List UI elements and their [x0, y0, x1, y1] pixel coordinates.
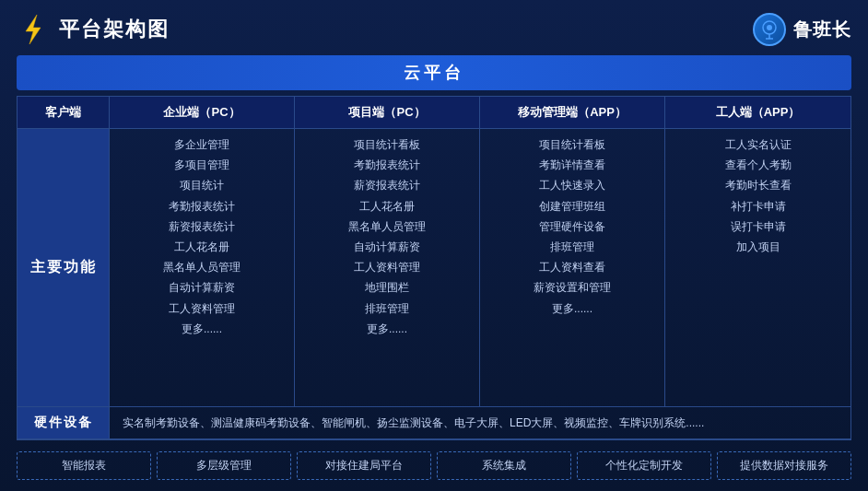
worker-features: 工人实名认证 查看个人考勤 考勤时长查看 补打卡申请 误打卡申请 加入项目 — [665, 129, 850, 406]
column-headers: 客户端 企业端（PC） 项目端（PC） 移动管理端（APP） 工人端（APP） — [18, 97, 850, 129]
brand-right: 鲁班长 — [753, 13, 851, 46]
col-header-client: 客户端 — [18, 97, 110, 128]
svg-point-2 — [767, 25, 772, 30]
col-header-worker: 工人端（APP） — [665, 97, 850, 128]
cloud-banner: 云平台 — [17, 55, 851, 90]
feature-item: 黑名单人员管理 — [304, 218, 470, 236]
feature-item: 工人资料管理 — [119, 300, 285, 318]
mobile-features: 项目统计看板 考勤详情查看 工人快速录入 创建管理班组 管理硬件设备 排班管理 … — [480, 129, 665, 406]
feature-item: 薪资设置和管理 — [489, 279, 655, 297]
feature-item: 项目统计看板 — [489, 136, 655, 154]
feature-item: 工人花名册 — [304, 198, 470, 216]
feature-item: 工人实名认证 — [674, 136, 841, 154]
feature-item: 自动计算薪资 — [304, 239, 470, 256]
enterprise-features: 多企业管理 多项目管理 项目统计 考勤报表统计 薪资报表统计 工人花名册 黑名单… — [110, 129, 295, 406]
project-features: 项目统计看板 考勤报表统计 薪资报表统计 工人花名册 黑名单人员管理 自动计算薪… — [295, 129, 480, 406]
main-table: 客户端 企业端（PC） 项目端（PC） 移动管理端（APP） 工人端（APP） … — [17, 96, 851, 440]
feature-item: 排班管理 — [489, 239, 655, 256]
feature-item: 加入项目 — [674, 239, 841, 256]
feature-item: 管理硬件设备 — [489, 218, 655, 236]
feature-item: 补打卡申请 — [674, 198, 841, 216]
brand-icon — [759, 19, 780, 40]
bottom-item-4: 个性化定制开发 — [577, 451, 711, 480]
header: 平台架构图 鲁班长 — [17, 9, 851, 50]
hardware-label: 硬件设备 — [18, 407, 110, 438]
hardware-content: 实名制考勤设备、测温健康码考勤设备、智能闸机、扬尘监测设备、电子大屏、LED大屏… — [110, 407, 850, 438]
feature-item: 工人快速录入 — [489, 177, 655, 194]
feature-item: 查看个人考勤 — [674, 157, 841, 174]
feature-item: 工人花名册 — [119, 239, 285, 256]
feature-item: 多项目管理 — [119, 157, 285, 174]
bottom-item-5: 提供数据对接服务 — [717, 451, 851, 480]
bottom-item-2: 对接住建局平台 — [297, 451, 431, 480]
bottom-row: 智能报表 多层级管理 对接住建局平台 系统集成 个性化定制开发 提供数据对接服务 — [17, 446, 851, 482]
content-row: 主要功能 多企业管理 多项目管理 项目统计 考勤报表统计 薪资报表统计 工人花名… — [18, 129, 850, 407]
bottom-item-3: 系统集成 — [437, 451, 571, 480]
feature-item: 薪资报表统计 — [119, 218, 285, 236]
logo-icon — [17, 13, 50, 46]
brand-logo-circle — [753, 13, 786, 46]
col-header-mobile: 移动管理端（APP） — [480, 97, 665, 128]
svg-marker-0 — [26, 15, 41, 44]
feature-item: 更多...... — [489, 300, 655, 318]
feature-item: 误打卡申请 — [674, 218, 841, 236]
brand-name: 鲁班长 — [793, 18, 851, 42]
feature-item: 更多...... — [304, 321, 470, 338]
feature-item: 考勤报表统计 — [119, 198, 285, 216]
feature-item: 自动计算薪资 — [119, 279, 285, 297]
feature-item: 黑名单人员管理 — [119, 259, 285, 276]
feature-item: 更多...... — [119, 321, 285, 338]
bottom-item-1: 多层级管理 — [157, 451, 291, 480]
feature-item: 多企业管理 — [119, 136, 285, 154]
feature-item: 创建管理班组 — [489, 198, 655, 216]
feature-item: 薪资报表统计 — [304, 177, 470, 194]
header-left: 平台架构图 — [17, 13, 170, 46]
main-function-label: 主要功能 — [18, 129, 110, 406]
bottom-item-0: 智能报表 — [17, 451, 151, 480]
feature-item: 项目统计看板 — [304, 136, 470, 154]
feature-item: 考勤时长查看 — [674, 177, 841, 194]
feature-item: 考勤详情查看 — [489, 157, 655, 174]
page-wrapper: 平台架构图 鲁班长 云平台 客户端 企业端（PC） 项目端（PC） 移动管理端（… — [0, 0, 868, 491]
feature-item: 排班管理 — [304, 300, 470, 318]
col-header-enterprise: 企业端（PC） — [110, 97, 295, 128]
col-header-project: 项目端（PC） — [295, 97, 480, 128]
feature-item: 工人资料管理 — [304, 259, 470, 276]
hardware-row: 硬件设备 实名制考勤设备、测温健康码考勤设备、智能闸机、扬尘监测设备、电子大屏、… — [18, 407, 850, 439]
feature-item: 项目统计 — [119, 177, 285, 194]
feature-item: 地理围栏 — [304, 279, 470, 297]
feature-item: 考勤报表统计 — [304, 157, 470, 174]
feature-item: 工人资料查看 — [489, 259, 655, 276]
page-title: 平台架构图 — [59, 16, 170, 43]
